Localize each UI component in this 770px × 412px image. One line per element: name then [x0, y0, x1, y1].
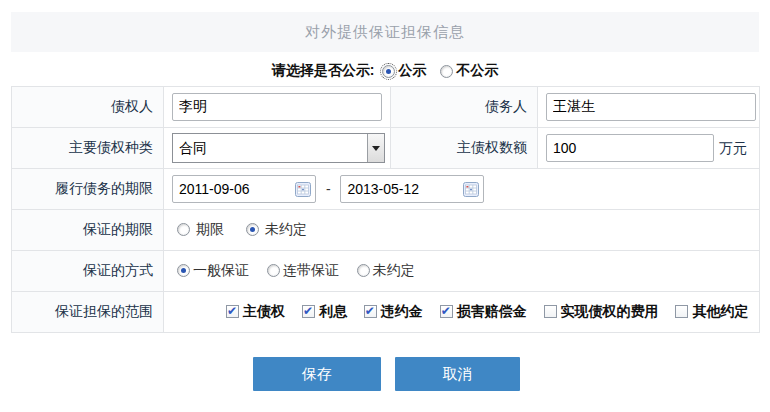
- debtor-label: 债务人: [391, 87, 538, 128]
- radio-option-label: 公示: [398, 62, 426, 80]
- debtor-input[interactable]: [546, 93, 756, 121]
- checkbox-option-label: 主债权: [243, 303, 285, 321]
- checkbox-icon: [544, 305, 557, 318]
- radio-option-label: 未约定: [373, 262, 415, 280]
- guarantee-period-label: 保证的期限: [12, 210, 164, 251]
- checkbox-option-label: 实现债权的费用: [561, 303, 659, 321]
- performance-period-cell: -: [164, 169, 760, 210]
- radio-option-public[interactable]: 公示: [382, 62, 426, 80]
- title-bar: 对外提供保证担保信息: [11, 12, 759, 52]
- end-date-wrap: [340, 175, 484, 203]
- debt-type-label: 主要债权种类: [12, 128, 164, 169]
- radio-option-label: 一般保证: [193, 262, 249, 280]
- radio-option-not-public[interactable]: 不公示: [440, 62, 498, 80]
- debtor-cell: [538, 87, 760, 128]
- radio-option-label: 不公示: [456, 62, 498, 80]
- checkbox-option-realization-cost[interactable]: 实现债权的费用: [544, 303, 659, 321]
- calendar-icon[interactable]: [463, 182, 479, 200]
- cancel-button[interactable]: 取消: [395, 357, 520, 391]
- checkbox-option-interest[interactable]: 利息: [302, 303, 347, 321]
- radio-option-label: 连带保证: [283, 262, 339, 280]
- radio-icon: [382, 65, 395, 78]
- start-date-wrap: [172, 175, 316, 203]
- radio-icon: [440, 65, 453, 78]
- performance-period-label: 履行债务的期限: [12, 169, 164, 210]
- chevron-down-icon: [372, 146, 380, 151]
- checkbox-option-damages[interactable]: 损害赔偿金: [440, 303, 527, 321]
- guarantee-method-label: 保证的方式: [12, 251, 164, 292]
- radio-icon: [357, 264, 370, 277]
- radio-icon: [177, 264, 190, 277]
- creditor-input[interactable]: [172, 93, 382, 121]
- checkbox-icon: [226, 305, 239, 318]
- guarantee-scope-cell: 主债权 利息 违约金 损害赔偿金 实现债权的费用 其他约定: [164, 292, 760, 333]
- debt-amount-input[interactable]: [546, 134, 714, 162]
- radio-icon: [177, 223, 190, 236]
- guarantee-method-cell: 一般保证 连带保证 未约定: [164, 251, 760, 292]
- checkbox-option-penalty[interactable]: 违约金: [364, 303, 423, 321]
- checkbox-icon: [440, 305, 453, 318]
- radio-option-label: 未约定: [265, 221, 307, 239]
- table-row: 主要债权种类 合同 主债权数额 万元: [12, 128, 760, 169]
- checkbox-option-other-agreement[interactable]: 其他约定: [675, 303, 748, 321]
- radio-icon: [267, 264, 280, 277]
- date-separator: -: [326, 181, 331, 197]
- checkbox-option-label: 违约金: [381, 303, 423, 321]
- radio-option-term[interactable]: 期限: [177, 221, 224, 239]
- table-row: 保证担保的范围 主债权 利息 违约金 损害赔偿金 实现债权的费用: [12, 292, 760, 333]
- checkbox-option-label: 其他约定: [692, 303, 748, 321]
- dropdown-arrow-button[interactable]: [367, 134, 384, 162]
- guarantee-form-table: 债权人 债务人 主要债权种类 合同 主债权数额 万元 履行债务的期限: [11, 86, 760, 333]
- debt-amount-cell: 万元: [538, 128, 760, 169]
- debt-type-selected-value: 合同: [173, 134, 367, 162]
- radio-option-period-unagreed[interactable]: 未约定: [246, 221, 307, 239]
- creditor-cell: [164, 87, 391, 128]
- guarantee-scope-label: 保证担保的范围: [12, 292, 164, 333]
- radio-option-joint-guarantee[interactable]: 连带保证: [267, 262, 339, 280]
- creditor-label: 债权人: [12, 87, 164, 128]
- table-row: 履行债务的期限 -: [12, 169, 760, 210]
- page-title: 对外提供保证担保信息: [305, 23, 465, 42]
- save-button[interactable]: 保存: [253, 357, 381, 391]
- debt-amount-label: 主债权数额: [391, 128, 538, 169]
- checkbox-option-principal-claim[interactable]: 主债权: [226, 303, 285, 321]
- debt-type-select[interactable]: 合同: [172, 133, 385, 163]
- publicity-row: 请选择是否公示: 公示 不公示: [0, 57, 770, 85]
- radio-icon: [246, 223, 259, 236]
- checkbox-option-label: 利息: [319, 303, 347, 321]
- table-row: 保证的期限 期限 未约定: [12, 210, 760, 251]
- radio-option-general-guarantee[interactable]: 一般保证: [177, 262, 249, 280]
- debt-type-cell: 合同: [164, 128, 391, 169]
- checkbox-icon: [364, 305, 377, 318]
- checkbox-icon: [675, 305, 688, 318]
- radio-option-method-unagreed[interactable]: 未约定: [357, 262, 415, 280]
- debt-amount-unit: 万元: [719, 140, 747, 156]
- table-row: 保证的方式 一般保证 连带保证 未约定: [12, 251, 760, 292]
- radio-option-label: 期限: [196, 221, 224, 239]
- checkbox-icon: [302, 305, 315, 318]
- table-row: 债权人 债务人: [12, 87, 760, 128]
- checkbox-option-label: 损害赔偿金: [457, 303, 527, 321]
- calendar-icon[interactable]: [295, 182, 311, 200]
- publicity-label: 请选择是否公示:: [272, 62, 375, 80]
- guarantee-period-cell: 期限 未约定: [164, 210, 760, 251]
